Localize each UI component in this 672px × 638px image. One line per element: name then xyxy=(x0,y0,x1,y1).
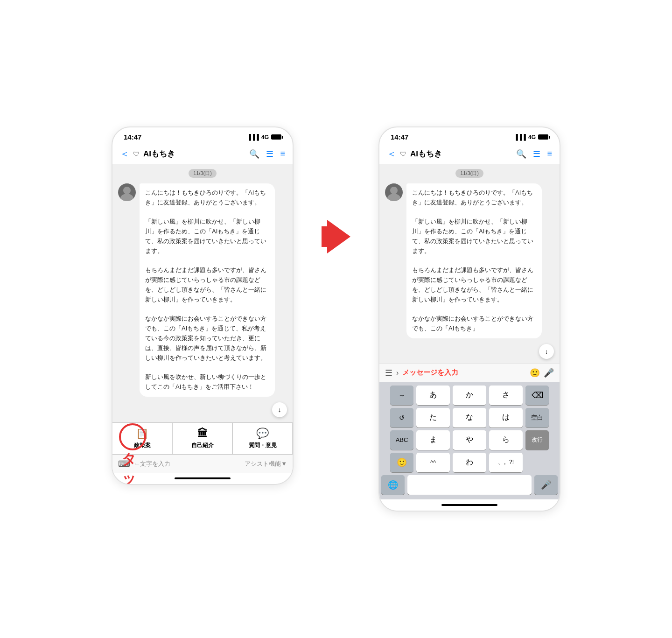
shield-icon-left: 🛡 xyxy=(133,150,140,158)
left-phone: 14:47 ▐▐▐ 4G ＜ 🛡 AIもちき 🔍 ☰ ≡ 11/3(日) xyxy=(112,126,294,485)
key-arrow[interactable]: → xyxy=(390,386,413,405)
nav-icons-right: 🔍 ☰ ≡ xyxy=(516,149,552,159)
key-punct[interactable]: 、。?! xyxy=(489,453,523,472)
search-icon-left[interactable]: 🔍 xyxy=(249,149,259,159)
shield-icon-right: 🛡 xyxy=(400,150,406,158)
key-ha[interactable]: は xyxy=(489,408,523,428)
policy-icon: 📋 xyxy=(136,428,148,440)
key-empty xyxy=(525,453,549,472)
key-spacebar[interactable] xyxy=(407,475,532,495)
key-ta[interactable]: た xyxy=(416,408,450,428)
menu-icon-right[interactable]: ☰ xyxy=(533,149,540,159)
question-label: 質問・意見 xyxy=(249,442,277,449)
keyboard-row-1: → あ か さ ⌫ xyxy=(381,386,558,405)
keyboard-row-2: ↺ た な は 空白 xyxy=(381,408,558,428)
right-phone: 14:47 ▐▐▐ 4G ＜ 🛡 AIもちき 🔍 ☰ ≡ 11/3(日) xyxy=(378,126,560,512)
signal-icon-right: ▐▐▐ xyxy=(514,134,526,140)
keyboard-area: → あ か さ ⌫ ↺ た な は 空白 ABC ま や ら 改行 xyxy=(379,382,560,499)
keyboard-row-4: 🙂 ^^ わ 、。?! xyxy=(381,453,558,472)
key-delete[interactable]: ⌫ xyxy=(525,386,549,405)
message-row-right: こんにちは！もちきひろのりです。「AIもちき」に友達登録、ありがとうございます。… xyxy=(385,183,554,338)
network-right: 4G xyxy=(528,134,536,140)
key-a[interactable]: あ xyxy=(416,386,450,405)
quick-reply-intro[interactable]: 🏛 自己紹介 xyxy=(172,422,232,455)
chevron-icon[interactable]: › xyxy=(396,369,399,377)
page-container: 14:47 ▐▐▐ 4G ＜ 🛡 AIもちき 🔍 ☰ ≡ 11/3(日) xyxy=(112,126,560,512)
chat-area-left[interactable]: 11/3(日) こんにちは！もちきひろのりです。「AIもちき」に友達登録、ありが… xyxy=(112,164,293,422)
message-row-left: こんにちは！もちきひろのりです。「AIもちき」に友達登録、ありがとうございます。… xyxy=(118,183,287,397)
home-bar-left xyxy=(175,477,231,479)
back-button-left[interactable]: ＜ xyxy=(120,147,129,160)
avatar-right xyxy=(385,183,403,201)
arrow-head xyxy=(327,220,350,253)
key-emoji[interactable]: 🙂 xyxy=(390,453,413,472)
status-time-right: 14:47 xyxy=(391,133,408,141)
svg-point-0 xyxy=(123,187,131,194)
intro-icon: 🏛 xyxy=(197,428,208,440)
date-badge-right: 11/3(日) xyxy=(455,169,483,178)
key-sa[interactable]: さ xyxy=(489,386,523,405)
status-icons-right: ▐▐▐ 4G xyxy=(514,134,548,140)
question-icon: 💬 xyxy=(256,428,269,440)
network-left: 4G xyxy=(261,134,269,140)
list-icon-right[interactable]: ≡ xyxy=(547,149,552,159)
input-hint-left: ←文字を入力 xyxy=(134,460,241,468)
status-icons-left: ▐▐▐ 4G xyxy=(247,134,281,140)
status-bar-left: 14:47 ▐▐▐ 4G xyxy=(112,127,293,144)
assist-left[interactable]: アシスト機能▼ xyxy=(245,460,287,468)
key-ya[interactable]: や xyxy=(453,430,486,450)
nav-bar-right: ＜ 🛡 AIもちき 🔍 ☰ ≡ xyxy=(379,144,560,164)
svg-point-1 xyxy=(120,194,133,201)
nav-title-left: AIもちき xyxy=(143,148,245,159)
key-space[interactable]: 空白 xyxy=(525,408,549,428)
tap-label: タップ xyxy=(122,450,136,485)
home-indicator-right xyxy=(379,499,560,511)
menu-icon-left[interactable]: ☰ xyxy=(266,149,273,159)
nav-title-right: AIもちき xyxy=(410,148,512,159)
svg-point-2 xyxy=(390,187,398,194)
key-ra[interactable]: ら xyxy=(489,430,523,450)
scroll-down-btn-right[interactable]: ↓ xyxy=(539,344,554,359)
chat-area-right[interactable]: 11/3(日) こんにちは！もちきひろのりです。「AIもちき」に友達登録、ありが… xyxy=(379,164,560,364)
keyboard-row-3: ABC ま や ら 改行 xyxy=(381,430,558,450)
list-icon-left[interactable]: ≡ xyxy=(280,149,285,159)
emoji-icon-input[interactable]: 🙂 xyxy=(530,368,540,378)
message-bubble-right: こんにちは！もちきひろのりです。「AIもちき」に友達登録、ありがとうございます。… xyxy=(406,183,542,338)
message-input-bar: ☰ › メッセージを入力 🙂 🎤 xyxy=(379,364,560,382)
keyboard-row-5: 🌐 🎤 xyxy=(381,475,558,495)
hamburger-icon[interactable]: ☰ xyxy=(385,368,392,378)
key-caret[interactable]: ^^ xyxy=(416,453,450,472)
message-placeholder[interactable]: メッセージを入力 xyxy=(402,368,526,377)
intro-label: 自己紹介 xyxy=(191,442,214,449)
home-indicator-left xyxy=(112,473,293,484)
quick-reply-question[interactable]: 💬 質問・意見 xyxy=(232,422,293,455)
search-icon-right[interactable]: 🔍 xyxy=(516,149,526,159)
signal-icon-left: ▐▐▐ xyxy=(247,134,259,140)
quick-replies-left: 📋 政策案 🏛 自己紹介 💬 質問・意見 xyxy=(112,422,293,455)
key-na[interactable]: な xyxy=(453,408,486,428)
date-badge-left: 11/3(日) xyxy=(189,169,217,178)
status-bar-right: 14:47 ▐▐▐ 4G xyxy=(379,127,560,144)
battery-icon-right xyxy=(538,134,548,140)
svg-point-3 xyxy=(387,194,400,201)
nav-bar-left: ＜ 🛡 AIもちき 🔍 ☰ ≡ xyxy=(112,144,293,164)
scroll-down-btn-left[interactable]: ↓ xyxy=(272,402,287,417)
arrow-container xyxy=(322,220,350,253)
input-bar-left: ⌨ ←文字を入力 アシスト機能▼ xyxy=(112,455,293,473)
key-mic[interactable]: 🎤 xyxy=(534,475,558,495)
key-globe[interactable]: 🌐 xyxy=(381,475,405,495)
status-time-left: 14:47 xyxy=(124,133,141,141)
mic-icon-input[interactable]: 🎤 xyxy=(544,368,554,378)
key-abc[interactable]: ABC xyxy=(390,430,413,450)
key-ma[interactable]: ま xyxy=(416,430,450,450)
key-undo[interactable]: ↺ xyxy=(390,408,413,428)
message-text-left: こんにちは！もちきひろのりです。「AIもちき」に友達登録、ありがとうございます。… xyxy=(145,189,266,390)
policy-label: 政策案 xyxy=(134,442,151,449)
avatar-left xyxy=(118,183,136,201)
key-ka[interactable]: か xyxy=(453,386,486,405)
key-wa[interactable]: わ xyxy=(453,453,486,472)
nav-icons-left: 🔍 ☰ ≡ xyxy=(249,149,285,159)
key-return[interactable]: 改行 xyxy=(525,430,549,450)
back-button-right[interactable]: ＜ xyxy=(387,147,396,160)
battery-icon-left xyxy=(271,134,281,140)
